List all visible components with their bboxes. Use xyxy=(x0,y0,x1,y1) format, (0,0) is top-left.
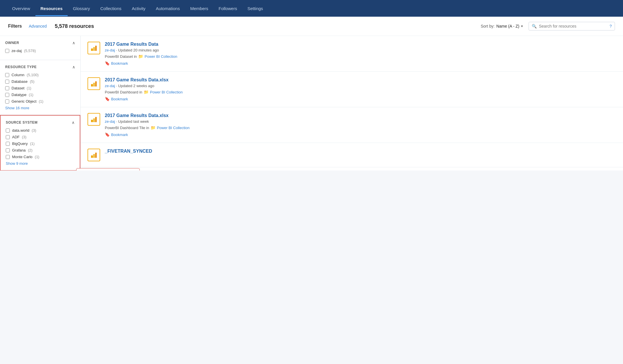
count-database: (5) xyxy=(30,79,35,84)
resource-collection-1[interactable]: Power BI Collection xyxy=(145,54,177,59)
count-datatype: (1) xyxy=(29,93,33,97)
svg-rect-5 xyxy=(91,84,93,87)
owner-collapse-icon: ∧ xyxy=(72,41,75,45)
resource-type-section-header[interactable]: RESOURCE TYPE ∧ xyxy=(5,65,75,69)
resource-title-1[interactable]: 2017 Game Results Data xyxy=(105,42,616,47)
resource-icon-1 xyxy=(88,42,100,54)
bookmark-button-3[interactable]: 🔖 Bookmark xyxy=(105,132,128,137)
help-icon[interactable]: ? xyxy=(609,24,612,28)
svg-rect-14 xyxy=(93,154,95,158)
svg-rect-15 xyxy=(95,153,97,158)
advanced-link[interactable]: Advanced xyxy=(29,24,47,28)
checkbox-bigquery[interactable] xyxy=(6,142,10,146)
resource-item-3[interactable]: 2017 Game Results Data.xlsx ze-daj · Upd… xyxy=(81,107,623,143)
label-generic-object: Generic Object xyxy=(12,99,37,104)
source-system-section-header[interactable]: SOURCE SYSTEM ∧ xyxy=(6,120,75,125)
nav-item-glossary[interactable]: Glossary xyxy=(68,1,95,16)
source-system-item-adf[interactable]: ADF (3) xyxy=(6,135,75,139)
nav-item-automations[interactable]: Automations xyxy=(151,1,185,16)
resource-item-2[interactable]: 2017 Game Results Data.xlsx ze-daj · Upd… xyxy=(81,72,623,107)
nav-item-followers[interactable]: Followers xyxy=(213,1,242,16)
label-bigquery: BigQuery xyxy=(12,141,28,146)
sidebar: OWNER ∧ ze-daj (5,578) RESOURCE TYPE ∧ xyxy=(0,36,81,170)
owner-checkbox-zedaj[interactable] xyxy=(5,49,9,53)
resource-title-2[interactable]: 2017 Game Results Data.xlsx xyxy=(105,77,616,83)
label-dataset: Dataset xyxy=(12,86,24,90)
resource-details-3: 2017 Game Results Data.xlsx ze-daj · Upd… xyxy=(105,113,616,137)
nav-item-resources[interactable]: Resources xyxy=(35,1,68,16)
bookmark-button-1[interactable]: 🔖 Bookmark xyxy=(105,61,128,66)
sort-control[interactable]: Sort by: Name (A - Z) ▾ xyxy=(481,24,523,28)
chevron-down-icon: ▾ xyxy=(521,24,523,28)
resource-type-item-column[interactable]: Column (5,100) xyxy=(5,73,75,77)
resource-type-line-1: PowerBI Dataset in 📁 Power BI Collection xyxy=(105,54,616,59)
checkbox-dataworld[interactable] xyxy=(6,129,10,133)
owner-label-zedaj: ze-daj xyxy=(12,49,22,53)
resource-item-1[interactable]: 2017 Game Results Data ze-daj · Updated … xyxy=(81,36,623,72)
resource-collection-3[interactable]: Power BI Collection xyxy=(157,126,189,130)
bookmark-button-2[interactable]: 🔖 Bookmark xyxy=(105,97,128,101)
tooltip-callout: Use source system for filtering resource… xyxy=(76,168,140,170)
checkbox-generic-object[interactable] xyxy=(5,99,9,104)
checkbox-datatype[interactable] xyxy=(5,93,9,97)
resource-type-item-database[interactable]: Database (5) xyxy=(5,79,75,84)
nav-item-overview[interactable]: Overview xyxy=(7,1,35,16)
owner-section-header[interactable]: OWNER ∧ xyxy=(5,41,75,45)
resource-title-4[interactable]: _FIVETRAN_SYNCED xyxy=(105,149,616,154)
count-dataworld: (3) xyxy=(32,128,36,133)
source-system-show-more[interactable]: Show 9 more xyxy=(6,161,75,166)
source-system-filter-section: SOURCE SYSTEM ∧ data.world (3) ADF (3) xyxy=(0,115,80,170)
svg-rect-6 xyxy=(93,83,95,87)
resource-item-4[interactable]: _FIVETRAN_SYNCED xyxy=(81,143,623,167)
count-adf: (3) xyxy=(22,135,26,139)
source-system-item-grafana[interactable]: Grafana (2) xyxy=(6,148,75,152)
bookmark-label-2: Bookmark xyxy=(111,97,128,101)
search-input[interactable] xyxy=(539,24,607,28)
count-column: (5,100) xyxy=(27,73,39,77)
bookmark-icon-3: 🔖 xyxy=(105,132,110,137)
source-system-item-bigquery[interactable]: BigQuery (1) xyxy=(6,141,75,146)
resource-count: 5,578 resources xyxy=(55,23,475,29)
resource-collection-2[interactable]: Power BI Collection xyxy=(150,90,183,94)
folder-icon-3: 📁 xyxy=(151,125,155,130)
resource-icon-4 xyxy=(88,149,100,161)
nav-item-collections[interactable]: Collections xyxy=(95,1,126,16)
resource-updated-1: Updated 20 minutes ago xyxy=(118,48,159,52)
nav-item-settings[interactable]: Settings xyxy=(242,1,268,16)
resource-type-line-3: PowerBI Dashboard Tile in 📁 Power BI Col… xyxy=(105,125,616,130)
svg-rect-10 xyxy=(93,118,95,122)
resource-type-show-more[interactable]: Show 16 more xyxy=(5,106,75,110)
bookmark-label-1: Bookmark xyxy=(111,61,128,66)
checkbox-adf[interactable] xyxy=(6,135,10,139)
resource-type-item-generic-object[interactable]: Generic Object (1) xyxy=(5,99,75,104)
toolbar: Filters Advanced 5,578 resources Sort by… xyxy=(0,17,623,36)
svg-rect-13 xyxy=(91,156,93,158)
source-system-item-montecarlo[interactable]: Monte Carlo (1) xyxy=(6,155,75,159)
resource-type-section-title: RESOURCE TYPE xyxy=(5,65,37,69)
label-adf: ADF xyxy=(12,135,20,139)
resource-type-item-dataset[interactable]: Dataset (1) xyxy=(5,86,75,90)
checkbox-column[interactable] xyxy=(5,73,9,77)
resource-type-item-datatype[interactable]: Datatype (1) xyxy=(5,93,75,97)
resource-details-1: 2017 Game Results Data ze-daj · Updated … xyxy=(105,42,616,66)
checkbox-database[interactable] xyxy=(5,80,9,84)
resource-title-3[interactable]: 2017 Game Results Data.xlsx xyxy=(105,113,616,118)
resource-owner-3: ze-daj xyxy=(105,119,115,124)
label-dataworld: data.world xyxy=(12,128,29,133)
count-dataset: (1) xyxy=(27,86,31,90)
checkbox-dataset[interactable] xyxy=(5,86,9,90)
owner-section-title: OWNER xyxy=(5,41,19,45)
svg-rect-9 xyxy=(91,120,93,122)
nav-item-members[interactable]: Members xyxy=(185,1,214,16)
checkbox-montecarlo[interactable] xyxy=(6,155,10,159)
resource-type-collapse-icon: ∧ xyxy=(72,65,75,69)
label-datatype: Datatype xyxy=(12,93,26,97)
resource-type-line-2: PowerBI Dashboard in 📁 Power BI Collecti… xyxy=(105,90,616,94)
owner-filter-item-zedaj[interactable]: ze-daj (5,578) xyxy=(5,49,75,53)
nav-item-activity[interactable]: Activity xyxy=(127,1,151,16)
resource-details-2: 2017 Game Results Data.xlsx ze-daj · Upd… xyxy=(105,77,616,101)
checkbox-grafana[interactable] xyxy=(6,148,10,152)
sort-value: Name (A - Z) xyxy=(496,24,519,28)
count-montecarlo: (1) xyxy=(35,155,39,159)
source-system-item-dataworld[interactable]: data.world (3) xyxy=(6,128,75,133)
